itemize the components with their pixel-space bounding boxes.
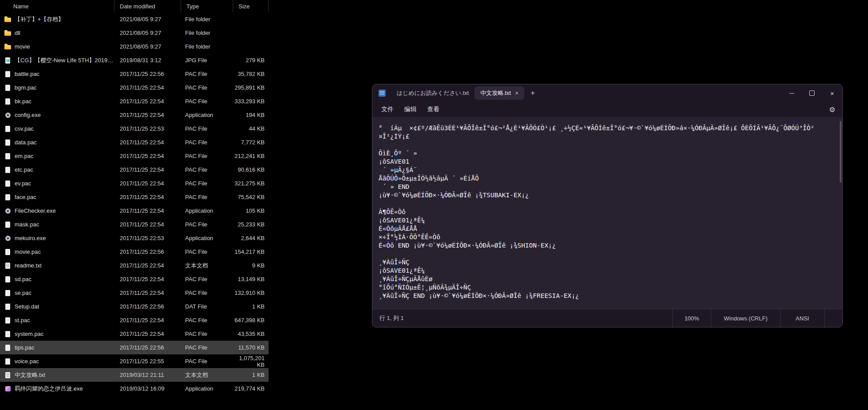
file-row[interactable]: mask.pac 2017/11/25 22:54 PAC File 25,23…	[0, 218, 269, 231]
file-name-cell: readme.txt	[0, 262, 114, 269]
zoom-level[interactable]: 100%	[672, 309, 711, 327]
file-row[interactable]: dll 2021/08/05 9:27 File folder	[0, 26, 269, 40]
file-size-cell: 295,891 KB	[233, 84, 269, 91]
file-row[interactable]: em.pac 2017/11/25 22:54 PAC File 212,241…	[0, 149, 269, 163]
file-date-cell: 2017/11/25 22:54	[114, 276, 181, 282]
tab-hajimeni-readme[interactable]: はじめにお読みください.txt	[391, 87, 474, 100]
file-size-cell: 333,293 KB	[233, 98, 269, 105]
text-line: ¡ù¥·©`¥ó¼øÉÍÕÐ×·¼ÓÐÂ»ØÎê ¡¾TSUBAKI-EX¡¿	[379, 191, 832, 199]
settings-gear-icon[interactable]: ⚙	[829, 102, 835, 117]
text-line: °îÕú°ÑÌÒµ±Ê¦¸µÑõÃ¾µÄÎ÷ÑÇ	[379, 283, 832, 292]
file-name-cell: movie	[0, 43, 114, 50]
menu-file[interactable]: 文件	[376, 104, 399, 115]
file-row[interactable]: st.pac 2017/11/25 22:54 PAC File 647,398…	[0, 313, 269, 327]
file-type-cell: File folder	[181, 16, 233, 23]
file-name-cell: st.pac	[0, 317, 114, 324]
file-row[interactable]: data.pac 2017/11/25 22:54 PAC File 7,772…	[0, 135, 269, 149]
pac-file-icon	[4, 276, 11, 283]
file-size-cell: 1 KB	[233, 372, 269, 378]
file-row[interactable]: csv.pac 2017/11/25 22:53 PAC File 44 KB	[0, 122, 269, 135]
file-row[interactable]: config.exe 2017/11/25 22:54 Application …	[0, 108, 269, 122]
file-row[interactable]: system.pac 2017/11/25 22:54 PAC File 43,…	[0, 327, 269, 341]
file-row[interactable]: etc.pac 2017/11/25 22:54 PAC File 90,616…	[0, 163, 269, 177]
file-name-label: bk.pac	[15, 98, 31, 105]
file-date-cell: 2017/11/25 22:54	[114, 112, 181, 118]
statusbar-spacer	[824, 309, 842, 327]
file-row[interactable]: ev.pac 2017/11/25 22:54 PAC File 321,275…	[0, 177, 269, 190]
text-file-icon	[4, 262, 11, 269]
menu-view[interactable]: 查看	[422, 104, 445, 115]
file-name-cell: mask.pac	[0, 221, 114, 228]
file-name-label: tips.pac	[15, 344, 34, 351]
file-size-cell: 194 KB	[233, 112, 269, 118]
scrollbar-thumb[interactable]	[840, 121, 841, 183]
file-row[interactable]: mekuiro.exe 2017/11/25 22:53 Application…	[0, 231, 269, 245]
file-date-cell: 2017/11/25 22:56	[114, 248, 181, 255]
file-row[interactable]: battle.pac 2017/11/25 22:56 PAC File 35,…	[0, 67, 269, 81]
file-name-label: mask.pac	[15, 221, 39, 228]
file-name-cell: ev.pac	[0, 180, 114, 187]
pac-file-icon	[4, 194, 11, 201]
minimize-button[interactable]	[781, 84, 802, 102]
notepad-app-icon	[379, 90, 386, 97]
file-row[interactable]: tips.pac 2017/11/25 22:56 PAC File 11,57…	[0, 341, 269, 354]
tab-chinese-guide[interactable]: 中文攻略.txt ×	[474, 87, 524, 100]
file-type-cell: 文本文档	[181, 262, 233, 270]
pac-file-icon	[4, 317, 11, 324]
menu-edit[interactable]: 编辑	[399, 104, 422, 115]
file-row[interactable]: face.pac 2017/11/25 22:54 PAC File 75,54…	[0, 190, 269, 204]
file-name-cell: bk.pac	[0, 98, 114, 105]
close-button[interactable]: ×	[822, 84, 842, 102]
text-line: ¸¥ÀûÎ÷ÑÇµÄÅûÈø	[379, 275, 832, 283]
maximize-button[interactable]	[802, 84, 822, 102]
column-header-size[interactable]: Size	[233, 0, 269, 12]
pac-file-icon	[4, 98, 11, 105]
file-type-cell: PAC File	[181, 331, 233, 337]
file-type-cell: PAC File	[181, 98, 233, 105]
file-date-cell: 2017/11/25 22:54	[114, 207, 181, 214]
file-date-cell: 2019/03/12 16:09	[114, 385, 181, 392]
file-row[interactable]: sd.pac 2017/11/25 22:54 PAC File 13,149 …	[0, 272, 269, 286]
file-row[interactable]: voice.pac 2017/11/25 22:55 PAC File 1,07…	[0, 354, 269, 368]
file-row[interactable]: se.pac 2017/11/25 22:54 PAC File 132,910…	[0, 286, 269, 300]
file-row[interactable]: Setup.dat 2017/11/25 22:56 DAT File 1 KB	[0, 300, 269, 313]
application-icon	[4, 112, 11, 119]
file-row[interactable]: movie.pac 2017/11/25 22:56 PAC File 154,…	[0, 245, 269, 259]
tab-close-icon[interactable]: ×	[515, 90, 519, 96]
file-date-cell: 2017/11/25 22:54	[114, 290, 181, 296]
file-type-cell: PAC File	[181, 139, 233, 146]
file-name-label: etc.pac	[15, 166, 33, 173]
file-row[interactable]: 中文攻略.txt 2019/03/12 21:11 文本文档 1 KB	[0, 368, 269, 382]
file-date-cell: 2017/11/25 22:54	[114, 84, 181, 91]
file-type-cell: Application	[181, 385, 233, 392]
file-name-cell: system.pac	[0, 331, 114, 338]
file-row[interactable]: 【补丁】+【存档】 2021/08/05 9:27 File folder	[0, 12, 269, 26]
file-row[interactable]: 【CG】【樱空-New LIfe 5TH】2019-3-12.jpg 2019/…	[0, 53, 269, 67]
new-tab-button[interactable]: +	[526, 87, 539, 100]
file-name-label: battle.pac	[15, 71, 39, 77]
file-row[interactable]: bk.pac 2017/11/25 22:54 PAC File 333,293…	[0, 94, 269, 108]
file-name-cell: etc.pac	[0, 166, 114, 173]
file-name-cell: 【补丁】+【存档】	[0, 15, 114, 23]
file-row[interactable]: 羁绊闪耀的恋之伊吕波.exe 2019/03/12 16:09 Applicat…	[0, 382, 269, 395]
file-row[interactable]: movie 2021/08/05 9:27 File folder	[0, 40, 269, 53]
file-type-cell: 文本文档	[181, 371, 233, 379]
file-date-cell: 2017/11/25 22:54	[114, 331, 181, 337]
file-size-cell: 11,570 KB	[233, 344, 269, 351]
file-date-cell: 2017/11/25 22:54	[114, 153, 181, 159]
editor[interactable]: ° íÁµ ×¢£º/ÆãÊü3ÈÈ¹¥ÂÔÎê±Ï°ó£¬²Å¿É¹¥ÂÔÓ£…	[372, 117, 842, 309]
column-header-date-modified[interactable]: Date modified	[114, 0, 181, 12]
cursor-position: 行 1, 列 1	[372, 309, 404, 327]
file-date-cell: 2017/11/25 22:56	[114, 303, 181, 310]
jpg-file-icon	[4, 57, 11, 64]
column-header-name[interactable]: Name	[0, 0, 114, 12]
file-row[interactable]: FileChecker.exe 2017/11/25 22:54 Applica…	[0, 204, 269, 218]
file-row[interactable]: bgm.pac 2017/11/25 22:54 PAC File 295,89…	[0, 81, 269, 94]
statusbar-right: 100% Windows (CRLF) ANSI	[672, 309, 842, 327]
file-size-cell: 43,535 KB	[233, 331, 269, 337]
file-row[interactable]: readme.txt 2017/11/25 22:54 文本文档 9 KB	[0, 259, 269, 272]
column-header-type[interactable]: Type	[181, 0, 233, 12]
file-type-cell: PAC File	[181, 194, 233, 200]
file-type-cell: PAC File	[181, 221, 233, 228]
file-name-cell: bgm.pac	[0, 84, 114, 91]
